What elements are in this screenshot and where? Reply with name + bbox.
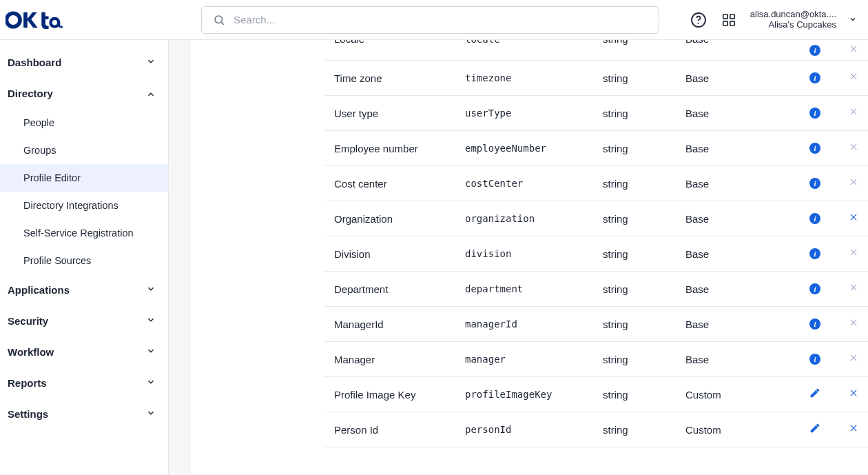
sidebar-item-security[interactable]: Security xyxy=(0,305,168,336)
attr-type: string xyxy=(603,213,685,225)
sidebar-item-label: Settings xyxy=(8,408,48,420)
remove-icon[interactable] xyxy=(849,423,858,436)
info-icon[interactable]: i xyxy=(809,72,820,83)
info-icon[interactable]: i xyxy=(809,213,820,224)
attr-type: string xyxy=(603,143,685,154)
attr-variable-name: costCenter xyxy=(465,178,603,189)
info-icon[interactable]: i xyxy=(809,319,820,330)
table-row: ManagermanagerstringBasei xyxy=(324,342,868,377)
attr-variable-name: department xyxy=(465,283,603,294)
attr-source: Base xyxy=(685,283,796,295)
table-row: Cost centercostCenterstringBasei xyxy=(324,166,868,201)
edit-icon[interactable] xyxy=(809,423,820,436)
attr-source: Base xyxy=(685,143,796,154)
chevron-down-icon xyxy=(146,346,156,358)
svg-point-1 xyxy=(215,16,223,23)
apps-grid-icon[interactable] xyxy=(720,11,738,29)
attr-type: string xyxy=(603,319,685,330)
remove-icon xyxy=(849,353,858,365)
attr-display-name: Manager xyxy=(334,354,465,365)
attr-source: Base xyxy=(685,354,796,365)
attr-source: Base xyxy=(685,40,796,45)
chevron-down-icon xyxy=(146,284,156,296)
info-icon[interactable]: i xyxy=(809,354,820,365)
profile-org: Alisa's Cupcakes xyxy=(768,20,836,30)
attr-display-name: Division xyxy=(334,248,465,260)
attr-display-name: User type xyxy=(334,108,465,119)
sidebar-item-label: Security xyxy=(8,315,48,327)
attr-variable-name: employeeNumber xyxy=(465,143,603,154)
chevron-down-icon[interactable] xyxy=(849,14,857,26)
attr-source: Custom xyxy=(685,424,796,436)
table-row: ManagerIdmanagerIdstringBasei xyxy=(324,307,868,342)
info-icon[interactable]: i xyxy=(809,283,820,294)
table-row: User typeuserTypestringBasei xyxy=(324,96,868,131)
sidebar-item-directory[interactable]: Directory xyxy=(0,78,168,109)
attr-variable-name: timezone xyxy=(465,72,603,83)
table-row: DepartmentdepartmentstringBasei xyxy=(324,272,868,307)
sidebar-item-applications[interactable]: Applications xyxy=(0,274,168,305)
sidebar-item-reports[interactable]: Reports xyxy=(0,367,168,398)
attr-variable-name: userType xyxy=(465,108,603,119)
attr-source: Base xyxy=(685,319,796,330)
attr-type: string xyxy=(603,108,685,119)
attr-variable-name: division xyxy=(465,248,603,259)
sidebar-nav: DashboardDirectoryPeopleGroupsProfile Ed… xyxy=(0,40,169,475)
table-row: Profile Image KeyprofileImageKeystringCu… xyxy=(324,377,868,412)
remove-icon xyxy=(849,72,858,84)
sidebar-item-label: Directory xyxy=(8,88,53,99)
attr-type: string xyxy=(603,354,685,365)
profile-menu[interactable]: alisa.duncan@okta.... Alisa's Cupcakes xyxy=(750,10,836,30)
info-icon[interactable]: i xyxy=(809,248,820,259)
help-icon[interactable] xyxy=(690,11,707,29)
info-icon[interactable]: i xyxy=(809,178,820,189)
sidebar-subitem-profile-editor[interactable]: Profile Editor xyxy=(0,164,168,192)
sidebar-subitem-people[interactable]: People xyxy=(0,109,168,137)
attr-display-name: Person Id xyxy=(334,424,465,436)
chevron-down-icon xyxy=(146,315,156,327)
remove-icon xyxy=(849,107,858,119)
attr-display-name: Locale xyxy=(334,40,465,45)
sidebar-item-dashboard[interactable]: Dashboard xyxy=(0,47,168,78)
attributes-table: LocalelocalestringBaseiTime zonetimezone… xyxy=(324,40,868,475)
attr-display-name: Employee number xyxy=(334,143,465,154)
profile-email: alisa.duncan@okta.... xyxy=(750,10,836,20)
table-row: Time zonetimezonestringBasei xyxy=(324,61,868,96)
svg-rect-7 xyxy=(723,21,727,25)
sidebar-subitem-groups[interactable]: Groups xyxy=(0,137,168,164)
table-row: DivisiondivisionstringBasei xyxy=(324,236,868,272)
sidebar-subitem-self-service-registration[interactable]: Self-Service Registration xyxy=(0,219,168,247)
info-icon[interactable]: i xyxy=(809,108,820,119)
attr-type: string xyxy=(603,389,685,401)
sidebar-subitem-profile-sources[interactable]: Profile Sources xyxy=(0,247,168,274)
app-header: alisa.duncan@okta.... Alisa's Cupcakes xyxy=(0,0,868,40)
chevron-down-icon xyxy=(146,57,156,68)
attr-type: string xyxy=(603,178,685,190)
attr-source: Base xyxy=(685,178,796,190)
chevron-down-icon xyxy=(146,88,156,99)
search-input[interactable] xyxy=(234,14,650,26)
attr-display-name: Department xyxy=(334,283,465,295)
svg-line-2 xyxy=(221,22,223,24)
attr-variable-name: personId xyxy=(465,424,603,435)
attr-type: string xyxy=(603,424,685,436)
sidebar-subitem-directory-integrations[interactable]: Directory Integrations xyxy=(0,192,168,219)
sidebar-item-settings[interactable]: Settings xyxy=(0,398,168,429)
attr-display-name: ManagerId xyxy=(334,319,465,330)
remove-icon[interactable] xyxy=(849,212,858,225)
remove-icon[interactable] xyxy=(849,388,858,401)
info-icon[interactable]: i xyxy=(809,143,820,154)
sidebar-item-workflow[interactable]: Workflow xyxy=(0,336,168,367)
attr-type: string xyxy=(603,40,685,45)
attr-variable-name: organization xyxy=(465,213,603,224)
chevron-down-icon xyxy=(146,377,156,389)
global-search[interactable] xyxy=(201,6,659,34)
attr-source: Custom xyxy=(685,389,796,401)
okta-logo[interactable] xyxy=(6,10,63,30)
edit-icon[interactable] xyxy=(809,387,820,401)
sidebar-item-label: Reports xyxy=(8,377,47,389)
chevron-down-icon xyxy=(146,408,156,420)
attr-type: string xyxy=(603,72,685,84)
info-icon[interactable]: i xyxy=(809,45,820,56)
attr-source: Base xyxy=(685,213,796,225)
